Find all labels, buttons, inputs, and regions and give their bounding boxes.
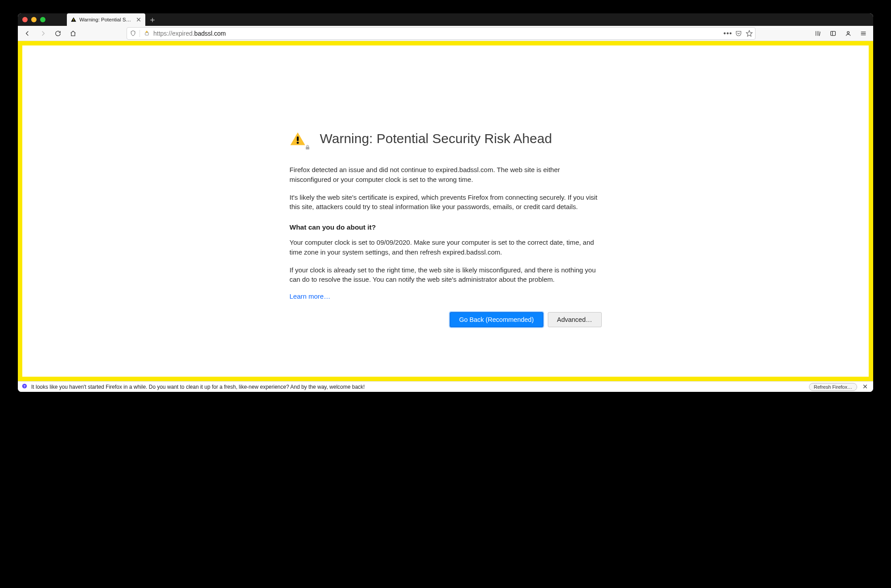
forward-button[interactable] (37, 27, 49, 40)
bookmark-star-icon[interactable] (745, 29, 753, 37)
learn-more-link[interactable]: Learn more… (290, 292, 331, 300)
help-icon: ? (21, 383, 28, 391)
svg-point-6 (296, 142, 299, 144)
app-menu-button[interactable] (857, 27, 870, 40)
back-button[interactable] (21, 27, 34, 40)
warning-triangle-icon (290, 131, 309, 151)
lock-warning-icon[interactable] (143, 29, 151, 37)
url-text: https://expired.badssl.com (153, 30, 721, 37)
svg-rect-0 (73, 19, 74, 20)
page-actions-button[interactable]: ••• (724, 29, 732, 37)
notification-text: It looks like you haven't started Firefo… (31, 384, 805, 390)
svg-rect-1 (73, 21, 74, 21)
new-tab-button[interactable]: ＋ (146, 13, 159, 26)
notification-bar: ? It looks like you haven't started Fire… (18, 381, 873, 392)
svg-rect-3 (831, 31, 836, 35)
svg-point-4 (847, 31, 850, 33)
lock-mini-icon (304, 144, 311, 152)
svg-rect-7 (306, 147, 309, 149)
separator (140, 30, 140, 37)
account-button[interactable] (842, 27, 854, 40)
close-notification-button[interactable] (861, 383, 870, 391)
error-paragraph-4: If your clock is already set to the righ… (290, 265, 602, 285)
address-bar[interactable]: https://expired.badssl.com ••• (127, 27, 756, 40)
svg-rect-5 (296, 136, 298, 141)
window-controls (22, 17, 45, 22)
tab-strip: Warning: Potential Security Risk ＋ (18, 13, 873, 26)
home-button[interactable] (67, 27, 79, 40)
browser-tab[interactable]: Warning: Potential Security Risk (67, 13, 145, 26)
svg-rect-2 (145, 33, 148, 35)
url-host: badssl.com (194, 30, 226, 37)
library-button[interactable] (812, 27, 824, 40)
refresh-firefox-button[interactable]: Refresh Firefox… (809, 383, 857, 391)
error-paragraph-3: Your computer clock is set to 09/09/2020… (290, 238, 602, 257)
reload-button[interactable] (52, 27, 64, 40)
go-back-button[interactable]: Go Back (Recommended) (450, 312, 543, 327)
url-sub: expired. (172, 30, 194, 37)
error-title: Warning: Potential Security Risk Ahead (320, 131, 552, 146)
sidebar-button[interactable] (827, 27, 839, 40)
minimize-window-button[interactable] (31, 17, 37, 22)
warning-favicon-icon (70, 16, 77, 23)
shield-icon[interactable] (129, 29, 137, 37)
page-viewport: Warning: Potential Security Risk Ahead F… (18, 41, 873, 381)
svg-text:?: ? (24, 385, 25, 388)
toolbar-right (812, 27, 870, 40)
security-error-page: Warning: Potential Security Risk Ahead F… (290, 131, 602, 377)
error-paragraph-2: It's likely the web site's certificate i… (290, 193, 602, 212)
pocket-icon[interactable] (735, 29, 743, 37)
close-tab-button[interactable] (135, 16, 142, 23)
advanced-button[interactable]: Advanced… (548, 312, 602, 327)
browser-window: Warning: Potential Security Risk ＋ (18, 13, 873, 392)
error-paragraph-1: Firefox detected an issue and did not co… (290, 165, 602, 185)
maximize-window-button[interactable] (40, 17, 45, 22)
url-scheme: https:// (153, 30, 172, 37)
tab-title: Warning: Potential Security Risk (79, 17, 133, 22)
close-window-button[interactable] (22, 17, 28, 22)
nav-toolbar: https://expired.badssl.com ••• (18, 26, 873, 41)
error-subheading: What can you do about it? (290, 223, 602, 231)
